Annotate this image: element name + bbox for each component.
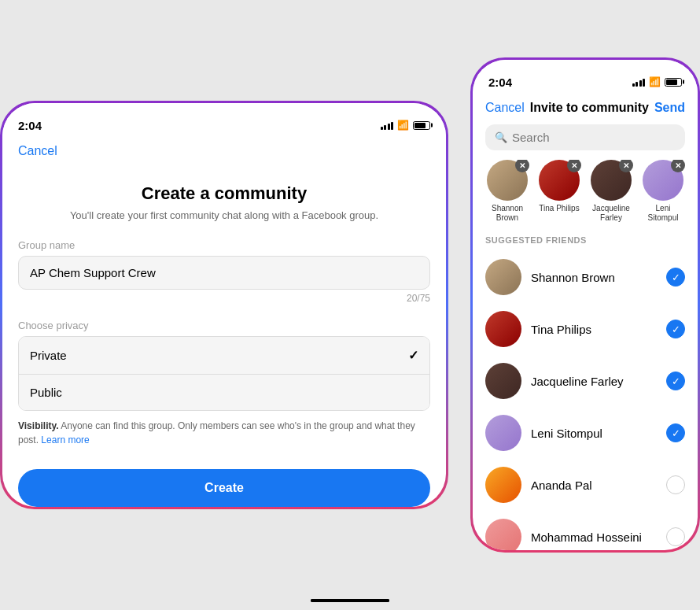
signal-icon <box>381 121 394 130</box>
friend-item-5[interactable]: Mohammad Hosseini <box>473 511 698 550</box>
phone-1: 2:04 📶 Cancel <box>0 101 448 508</box>
privacy-section: Choose privacy Private ✓ Public <box>18 320 430 411</box>
search-icon: 🔍 <box>495 131 507 143</box>
friend-item-4[interactable]: Ananda Pal <box>473 459 698 511</box>
send-button[interactable]: Send <box>654 101 685 115</box>
cancel-button-2[interactable]: Cancel <box>485 101 525 115</box>
friend-name: Jacqueline Farley <box>531 375 657 388</box>
friend-checkbox[interactable]: ✓ <box>666 320 685 338</box>
friend-item-0[interactable]: Shannon Brown ✓ <box>473 251 698 303</box>
status-icons-1: 📶 <box>381 120 431 131</box>
char-count: 20/75 <box>18 293 430 304</box>
friend-item-3[interactable]: Leni Sitompul ✓ <box>473 407 698 459</box>
invite-title: Invite to community <box>530 101 649 115</box>
avatar-wrapper: ✕ <box>539 160 580 201</box>
selected-user-name: Shannon Brown <box>485 204 529 223</box>
friend-avatar <box>485 363 521 399</box>
friend-checkbox[interactable]: ✓ <box>666 423 685 442</box>
friend-name: Ananda Pal <box>531 479 657 492</box>
remove-button[interactable]: ✕ <box>515 160 529 172</box>
remove-button[interactable]: ✕ <box>619 160 633 172</box>
public-label: Public <box>30 386 62 399</box>
search-bar[interactable]: 🔍 <box>485 124 685 150</box>
privacy-options: Private ✓ Public <box>18 336 430 411</box>
selected-users-row: ✕ Shannon Brown ✕ Tina Philips ✕ Jacquel… <box>473 160 698 232</box>
friend-name: Shannon Brown <box>531 271 657 284</box>
friend-avatar <box>485 259 521 295</box>
create-community-title: Create a community <box>18 183 430 204</box>
friend-avatar <box>485 311 521 347</box>
selected-user-1: ✕ Tina Philips <box>537 160 581 223</box>
status-time-1: 2:04 <box>18 119 42 132</box>
friend-list: Shannon Brown ✓ Tina Philips ✓ Jacquelin… <box>473 251 698 550</box>
battery-icon <box>413 121 430 130</box>
private-checkmark: ✓ <box>408 348 418 363</box>
remove-button[interactable]: ✕ <box>567 160 581 172</box>
friend-checkbox[interactable]: ✓ <box>666 372 685 390</box>
status-time-2: 2:04 <box>488 76 512 89</box>
create-button[interactable]: Create <box>18 469 430 507</box>
status-bar-2: 2:04 📶 <box>473 60 698 94</box>
selected-user-name: Tina Philips <box>539 204 579 213</box>
avatar-wrapper: ✕ <box>591 160 632 201</box>
privacy-label: Choose privacy <box>18 320 430 331</box>
friend-checkbox[interactable] <box>666 527 685 546</box>
signal-icon-2 <box>632 78 646 87</box>
friend-avatar <box>485 519 521 550</box>
group-name-input[interactable] <box>18 256 430 290</box>
selected-user-3: ✕ Leni Sitompul <box>641 160 685 223</box>
nav-bar-1: Cancel <box>18 138 430 168</box>
wifi-icon: 📶 <box>397 120 409 131</box>
selected-user-name: Jacqueline Farley <box>589 204 633 223</box>
remove-button[interactable]: ✕ <box>671 160 685 172</box>
friend-item-1[interactable]: Tina Philips ✓ <box>473 303 698 355</box>
visibility-note: Visibility. Anyone can find this group. … <box>18 419 430 447</box>
page-heading: Create a community You'll create your fi… <box>18 183 430 223</box>
avatar-wrapper: ✕ <box>487 160 528 201</box>
status-bar-1: 2:04 📶 <box>2 103 446 138</box>
status-icons-2: 📶 <box>632 76 683 87</box>
create-community-subtitle: You'll create your first community chat … <box>18 209 430 223</box>
selected-user-name: Leni Sitompul <box>641 204 685 223</box>
nav-bar-2: Cancel Invite to community Send <box>473 94 698 124</box>
friend-checkbox[interactable] <box>666 475 685 494</box>
avatar-wrapper: ✕ <box>643 160 683 201</box>
friend-name: Mohammad Hosseini <box>531 531 657 544</box>
selected-user-2: ✕ Jacqueline Farley <box>589 160 633 223</box>
search-input[interactable] <box>512 131 676 144</box>
privacy-private[interactable]: Private ✓ <box>19 337 429 375</box>
friend-item-2[interactable]: Jacqueline Farley ✓ <box>473 355 698 407</box>
friend-name: Leni Sitompul <box>531 427 657 440</box>
friend-avatar <box>485 415 521 451</box>
selected-user-0: ✕ Shannon Brown <box>485 160 529 223</box>
phone-2: 2:04 📶 Cancel Invite to community Sen <box>470 57 700 553</box>
privacy-public[interactable]: Public <box>19 375 429 410</box>
private-label: Private <box>30 349 67 362</box>
friend-name: Tina Philips <box>531 323 657 336</box>
group-name-label: Group name <box>18 239 430 251</box>
learn-more-link[interactable]: Learn more <box>41 434 89 445</box>
friend-checkbox[interactable]: ✓ <box>666 268 685 287</box>
friend-avatar <box>485 467 521 503</box>
cancel-button-1[interactable]: Cancel <box>18 144 57 158</box>
suggested-friends-label: SUGGESTED FRIENDS <box>473 232 698 251</box>
wifi-icon-2: 📶 <box>649 76 661 87</box>
battery-icon-2 <box>665 78 682 87</box>
visibility-bold: Visibility. <box>18 420 59 431</box>
